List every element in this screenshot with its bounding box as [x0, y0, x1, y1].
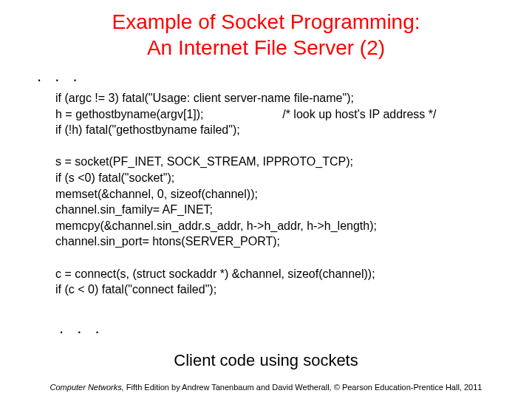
title-line1: Example of Socket Programming:	[112, 10, 420, 33]
code-line: if (argc != 3) fatal("Usage: client serv…	[55, 92, 354, 104]
code-line: c = connect(s, (struct sockaddr *) &chan…	[55, 267, 375, 280]
code-line: if (s <0) fatal("socket");	[55, 171, 174, 184]
caption: Client code using sockets	[0, 351, 532, 370]
code-line: memset(&channel, 0, sizeof(channel));	[55, 188, 258, 200]
ellipsis-top: . . .	[37, 66, 532, 86]
code-line: memcpy(&channel.sin_addr.s_addr, h->h_ad…	[55, 219, 377, 232]
footer: Computer Networks, Fifth Edition by Andr…	[0, 383, 532, 392]
code-block: if (argc != 3) fatal("Usage: client serv…	[55, 90, 532, 298]
code-line: s = socket(PF_INET, SOCK_STREAM, IPPROTO…	[55, 155, 353, 168]
code-line: if (!h) fatal("gethostbyname failed");	[55, 123, 240, 136]
code-line: channel.sin_family= AF_INET;	[55, 203, 213, 216]
footer-book: Computer Networks,	[50, 383, 124, 392]
ellipsis-bottom: . . .	[59, 318, 532, 338]
code-line: h = gethostbyname(argv[1]); /* look up h…	[55, 108, 436, 120]
code-line: if (c < 0) fatal("connect failed");	[55, 283, 216, 296]
footer-rest: Fifth Edition by Andrew Tanenbaum and Da…	[124, 383, 482, 392]
slide-title: Example of Socket Programming: An Intern…	[0, 0, 532, 61]
code-line: channel.sin_port= htons(SERVER_PORT);	[55, 235, 280, 248]
title-line2: An Internet File Server (2)	[147, 36, 385, 59]
